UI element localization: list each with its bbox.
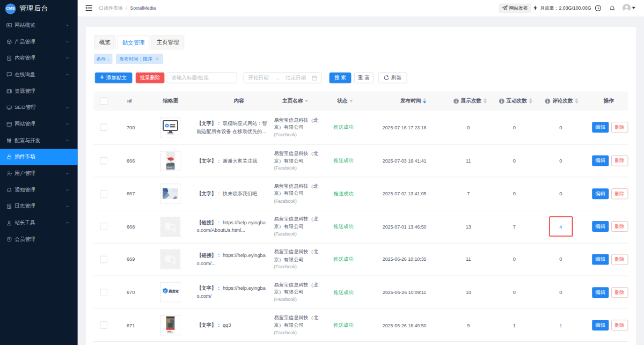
- svg-text:e: e: [164, 289, 166, 293]
- svg-text:易营宝: 易营宝: [168, 289, 179, 293]
